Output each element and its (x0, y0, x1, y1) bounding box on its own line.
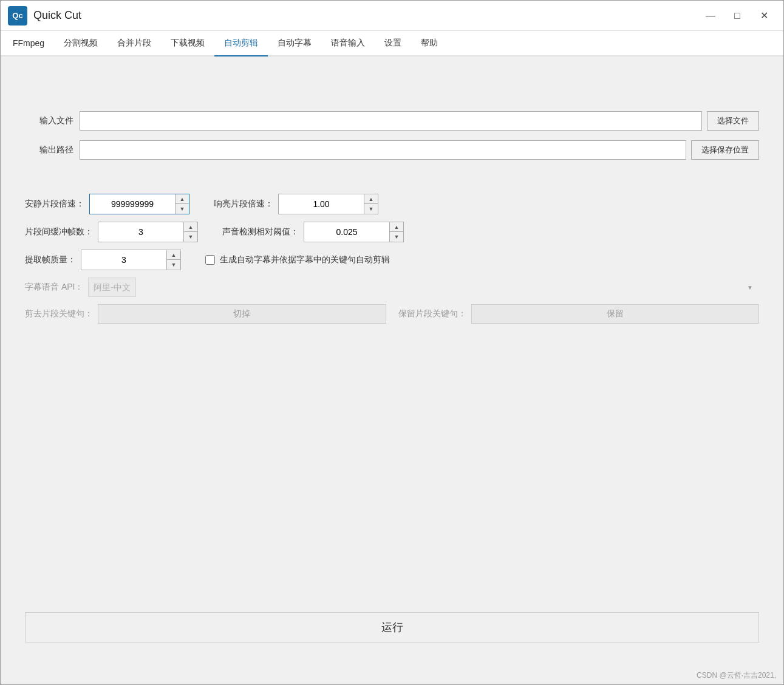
quiet-speed-up-button[interactable]: ▲ (176, 194, 189, 204)
title-bar: Qc Quick Cut — □ ✕ (1, 1, 783, 31)
keyword-row: 剪去片段关键句： 保留片段关键句： (25, 304, 759, 324)
run-section: 运行 (25, 612, 759, 655)
buffer-frames-spinner: ▲ ▼ (98, 222, 198, 242)
content-area: 输入文件 选择文件 输出路径 选择保存位置 安静片段倍速： ▲ (1, 56, 783, 667)
maximize-button[interactable]: □ (725, 7, 749, 25)
quiet-speed-group: 安静片段倍速： ▲ ▼ (25, 194, 189, 214)
menu-item-split[interactable]: 分割视频 (54, 31, 107, 56)
menu-item-merge[interactable]: 合并片段 (107, 31, 161, 56)
auto-subtitle-label: 生成自动字幕并依据字幕中的关键句自动剪辑 (220, 254, 390, 265)
menu-item-ffmpeg[interactable]: FFmpeg (3, 31, 54, 56)
output-path-field[interactable] (80, 140, 686, 160)
menu-item-voice-input[interactable]: 语音输入 (321, 31, 375, 56)
frame-quality-spinner: ▲ ▼ (81, 250, 181, 270)
loud-speed-up-button[interactable]: ▲ (364, 194, 378, 204)
window-controls: — □ ✕ (698, 7, 776, 25)
auto-subtitle-checkbox[interactable] (205, 255, 215, 265)
output-path-row: 输出路径 选择保存位置 (25, 140, 759, 160)
frame-quality-down-button[interactable]: ▼ (167, 260, 180, 270)
top-spacer (25, 75, 759, 111)
buffer-frames-input[interactable] (98, 222, 183, 242)
buffer-frames-group: 片段间缓冲帧数： ▲ ▼ (25, 222, 198, 242)
cut-keyword-group: 剪去片段关键句： (25, 304, 386, 324)
select-save-button[interactable]: 选择保存位置 (691, 140, 759, 160)
auto-subtitle-checkbox-group: 生成自动字幕并依据字幕中的关键句自动剪辑 (205, 254, 390, 265)
sound-threshold-group: 声音检测相对阈值： ▲ ▼ (222, 222, 404, 242)
api-label: 字幕语音 API： (25, 282, 83, 293)
footer: CSDN @云哲·吉吉2021, (1, 667, 783, 684)
api-row: 字幕语音 API： 阿里-中文 (25, 278, 759, 297)
buffer-frames-label: 片段间缓冲帧数： (25, 227, 93, 237)
quiet-speed-spinner: ▲ ▼ (89, 194, 189, 214)
middle-spacer (25, 169, 759, 194)
frame-quality-label: 提取帧质量： (25, 254, 76, 265)
quiet-speed-down-button[interactable]: ▼ (176, 204, 189, 214)
app-title: Quick Cut (33, 9, 698, 22)
menu-item-auto-cut[interactable]: 自动剪辑 (214, 31, 268, 56)
menu-item-auto-subtitle[interactable]: 自动字幕 (268, 31, 321, 56)
params-section: 安静片段倍速： ▲ ▼ 响亮片段倍速： ▲ (25, 194, 759, 324)
params-row-3: 提取帧质量： ▲ ▼ 生成自动字幕并依据字幕中的关键句自动剪辑 (25, 250, 759, 270)
sound-threshold-spinner: ▲ ▼ (304, 222, 404, 242)
close-button[interactable]: ✕ (752, 7, 776, 25)
quiet-speed-input[interactable] (90, 194, 175, 214)
menu-item-download[interactable]: 下载视频 (161, 31, 214, 56)
sound-threshold-up-button[interactable]: ▲ (390, 222, 403, 232)
params-row-2: 片段间缓冲帧数： ▲ ▼ 声音检测相对阈值： ▲ (25, 222, 759, 242)
api-select: 阿里-中文 (88, 278, 136, 297)
loud-speed-label: 响亮片段倍速： (214, 199, 273, 210)
sound-threshold-down-button[interactable]: ▼ (390, 232, 403, 242)
buffer-frames-down-button[interactable]: ▼ (184, 232, 197, 242)
select-file-button[interactable]: 选择文件 (707, 111, 759, 131)
keep-keyword-label: 保留片段关键句： (398, 308, 466, 319)
buffer-frames-up-button[interactable]: ▲ (184, 222, 197, 232)
menu-bar: FFmpeg 分割视频 合并片段 下载视频 自动剪辑 自动字幕 语音输入 设置 … (1, 31, 783, 56)
frame-quality-group: 提取帧质量： ▲ ▼ (25, 250, 181, 270)
menu-item-settings[interactable]: 设置 (375, 31, 411, 56)
output-path-label: 输出路径 (25, 145, 73, 155)
frame-quality-up-button[interactable]: ▲ (167, 250, 180, 260)
api-select-wrapper: 阿里-中文 (88, 278, 759, 297)
input-file-field[interactable] (80, 111, 702, 131)
cut-keyword-label: 剪去片段关键句： (25, 308, 93, 319)
input-file-label: 输入文件 (25, 115, 73, 126)
minimize-button[interactable]: — (698, 7, 723, 25)
cut-keyword-input (98, 304, 386, 324)
input-file-row: 输入文件 选择文件 (25, 111, 759, 131)
loud-speed-down-button[interactable]: ▼ (364, 204, 378, 214)
frame-quality-input[interactable] (81, 250, 166, 270)
app-logo: Qc (8, 6, 27, 26)
keep-keyword-input (471, 304, 760, 324)
sound-threshold-input[interactable] (304, 222, 389, 242)
params-row-1: 安静片段倍速： ▲ ▼ 响亮片段倍速： ▲ (25, 194, 759, 214)
quiet-speed-label: 安静片段倍速： (25, 199, 84, 210)
app-window: Qc Quick Cut — □ ✕ FFmpeg 分割视频 合并片段 下载视频… (0, 0, 784, 685)
bottom-spacer (25, 324, 759, 612)
menu-item-help[interactable]: 帮助 (411, 31, 448, 56)
sound-threshold-label: 声音检测相对阈值： (222, 227, 299, 237)
loud-speed-input[interactable] (279, 194, 364, 214)
loud-speed-group: 响亮片段倍速： ▲ ▼ (214, 194, 378, 214)
loud-speed-spinner: ▲ ▼ (278, 194, 378, 214)
keep-keyword-group: 保留片段关键句： (398, 304, 760, 324)
run-button[interactable]: 运行 (25, 612, 759, 642)
